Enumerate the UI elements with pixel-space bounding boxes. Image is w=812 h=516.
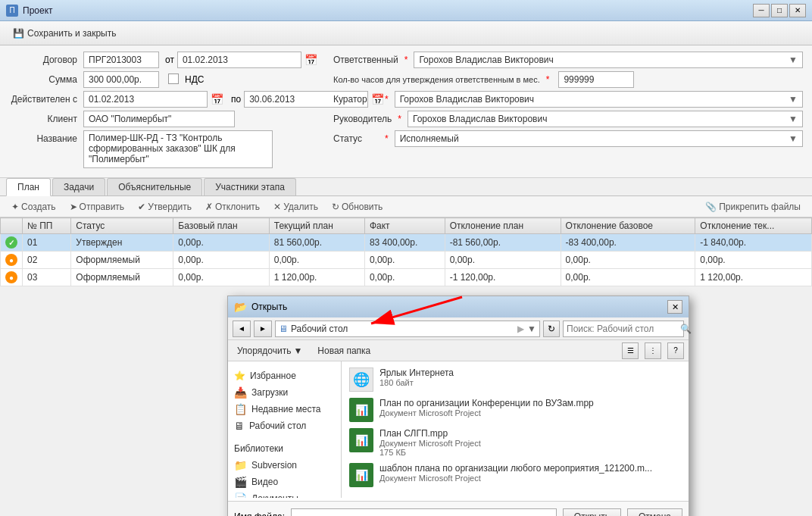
col-fact[interactable]: Факт [364, 218, 445, 234]
vat-checkbox[interactable] [168, 73, 179, 86]
address-dropdown-arrow[interactable]: ▼ [527, 324, 536, 334]
contract-input[interactable] [83, 52, 159, 68]
search-icon[interactable]: 🔍 [680, 324, 692, 334]
address-location-text: Рабочий стол [291, 324, 514, 334]
refresh-button[interactable]: ↻ Обновить [326, 199, 388, 214]
close-button[interactable]: ✕ [789, 4, 806, 17]
table-toolbar: ✦ Создать ➤ Отправить ✔ Утвердить ✗ Откл… [0, 196, 812, 217]
back-button[interactable]: ◄ [233, 321, 251, 337]
hours-input[interactable] [558, 71, 634, 88]
address-refresh-button[interactable]: ↻ [543, 321, 560, 337]
table-row[interactable]: ✓ 01 Утвержден 0,00р. 81 560,00р. 83 400… [1, 234, 812, 252]
sidebar-item-desktop[interactable]: 🖥 Рабочий стол [228, 417, 341, 434]
help-button[interactable]: ? [667, 342, 684, 359]
responsible-dropdown[interactable]: Горохов Владислав Викторович ▼ [414, 52, 803, 68]
col-num[interactable]: № ПП [23, 218, 71, 234]
name-textarea[interactable]: Полимер-ШК-РД - ТЗ "Контроль сформирован… [83, 130, 273, 168]
col-base-plan[interactable]: Базовый план [173, 218, 269, 234]
filename-input[interactable] [291, 508, 557, 517]
file-item[interactable]: 🌐 Ярлык Интернета 180 байт [345, 364, 686, 395]
organize-button[interactable]: Упорядочить ▼ [233, 344, 307, 358]
file-item[interactable]: 📊 шаблон плана по организации любого мер… [345, 460, 686, 490]
maximize-button[interactable]: □ [771, 4, 788, 17]
sidebar-item-documents[interactable]: 📄 Документы [228, 490, 341, 498]
favorites-label: Избранное [250, 371, 296, 381]
tab-participants[interactable]: Участники этапа [204, 178, 296, 195]
file-name: Ярлык Интернета [379, 367, 681, 378]
favorites-group-icon: ⭐ [234, 371, 245, 381]
open-file-dialog: 📂 Открыть ✕ ◄ ► 🖥 Рабочий стол ▶ ▼ ↻ 🔍 У… [227, 296, 689, 516]
curator-dropdown[interactable]: Горохов Владислав Викторович ▼ [395, 91, 803, 108]
view-list-button[interactable]: ☰ [622, 342, 639, 359]
row-icon-cell: ● [1, 252, 23, 269]
organize-arrow: ▼ [293, 346, 302, 356]
new-folder-button[interactable]: Новая папка [313, 344, 375, 358]
address-bar[interactable]: 🖥 Рабочий стол ▶ ▼ [275, 321, 540, 337]
file-meta: Документ Microsoft Project [379, 408, 681, 417]
tab-explanatory[interactable]: Объяснительные [107, 178, 202, 195]
sidebar-item-downloads[interactable]: 📥 Загрузки [228, 384, 341, 401]
row-dev-curr: 0,00р. [695, 252, 812, 269]
col-dev-curr[interactable]: Отклонение тек... [695, 218, 812, 234]
create-icon: ✦ [11, 202, 19, 212]
file-item[interactable]: 📊 План по организации Конференции по ВУЗ… [345, 395, 686, 425]
sidebar-item-subversion[interactable]: 📁 Subversion [228, 457, 341, 474]
col-dev-base[interactable]: Отклонение базовое [561, 218, 695, 234]
file-meta: Документ Microsoft Project175 КБ [379, 439, 681, 457]
tab-plan[interactable]: План [6, 178, 51, 196]
downloads-icon: 📥 [234, 386, 247, 399]
subversion-label: Subversion [251, 460, 297, 471]
sum-input[interactable] [83, 71, 159, 88]
delete-button[interactable]: ✕ Удалить [268, 199, 323, 214]
valid-from-calendar-icon[interactable]: 📅 [211, 93, 223, 105]
col-curr-plan[interactable]: Текущий план [269, 218, 364, 234]
client-input[interactable] [83, 111, 235, 127]
status-dropdown[interactable]: Исполняемый ▼ [395, 130, 803, 147]
dialog-address-bar: ◄ ► 🖥 Рабочий стол ▶ ▼ ↻ 🔍 [228, 317, 689, 340]
status-value: Исполняемый [400, 133, 459, 144]
recent-label: Недавние места [251, 404, 320, 414]
search-box[interactable]: 🔍 [563, 321, 684, 337]
row-fact: 83 400,00р. [364, 234, 445, 252]
save-close-button[interactable]: 💾 Сохранить и закрыть [6, 25, 123, 42]
dialog-title-text: Открыть [251, 302, 287, 312]
approve-button[interactable]: ✔ Утвердить [133, 199, 197, 214]
minimize-button[interactable]: ─ [753, 4, 770, 17]
attach-files-button[interactable]: 📎 Прикрепить файлы [700, 199, 806, 214]
view-details-button[interactable]: ⋮ [645, 342, 661, 359]
search-input[interactable] [567, 324, 680, 334]
table-row[interactable]: ● 03 Оформляемый 0,00р. 1 120,00р. 0,00р… [1, 269, 812, 286]
sidebar-item-recent[interactable]: 📋 Недавние места [228, 401, 341, 417]
col-status-indicator [1, 218, 23, 234]
manager-dropdown[interactable]: Горохов Владислав Викторович ▼ [408, 111, 803, 127]
from-label: от [165, 55, 174, 65]
dialog-files-panel: 🌐 Ярлык Интернета 180 байт 📊 План по орг… [342, 361, 689, 498]
send-button[interactable]: ➤ Отправить [64, 199, 130, 214]
row-curr-plan: 0,00р. [269, 252, 364, 269]
col-dev-plan[interactable]: Отклонение план [445, 218, 561, 234]
file-name: План по организации Конференции по ВУЗам… [379, 398, 681, 408]
forward-button[interactable]: ► [254, 321, 272, 337]
cancel-button[interactable]: Отмена [627, 508, 682, 517]
from-date-input[interactable] [177, 52, 301, 68]
file-item[interactable]: 📊 План СЛГП.mpp Документ Microsoft Proje… [345, 425, 686, 460]
create-button[interactable]: ✦ Создать [6, 199, 61, 214]
tab-tasks[interactable]: Задачи [52, 178, 105, 195]
row-fact: 0,00р. [364, 269, 445, 286]
documents-icon: 📄 [234, 493, 247, 498]
valid-from-input[interactable] [83, 91, 208, 108]
window-controls[interactable]: ─ □ ✕ [753, 4, 806, 17]
sum-label: Сумма [9, 71, 77, 85]
client-label: Клиент [9, 111, 77, 124]
from-calendar-icon[interactable]: 📅 [304, 54, 317, 66]
open-button[interactable]: Открыть [563, 508, 621, 517]
sidebar-item-video[interactable]: 🎬 Видео [228, 474, 341, 490]
video-label: Видео [251, 477, 278, 487]
dialog-close-button[interactable]: ✕ [667, 300, 682, 314]
status-arrow-icon: ▼ [789, 133, 798, 144]
save-icon: 💾 [13, 28, 24, 39]
curator-label: Куратор [333, 94, 379, 105]
col-status[interactable]: Статус [71, 218, 173, 234]
table-row[interactable]: ● 02 Оформляемый 0,00р. 0,00р. 0,00р. 0,… [1, 252, 812, 269]
reject-button[interactable]: ✗ Отклонить [200, 199, 265, 214]
